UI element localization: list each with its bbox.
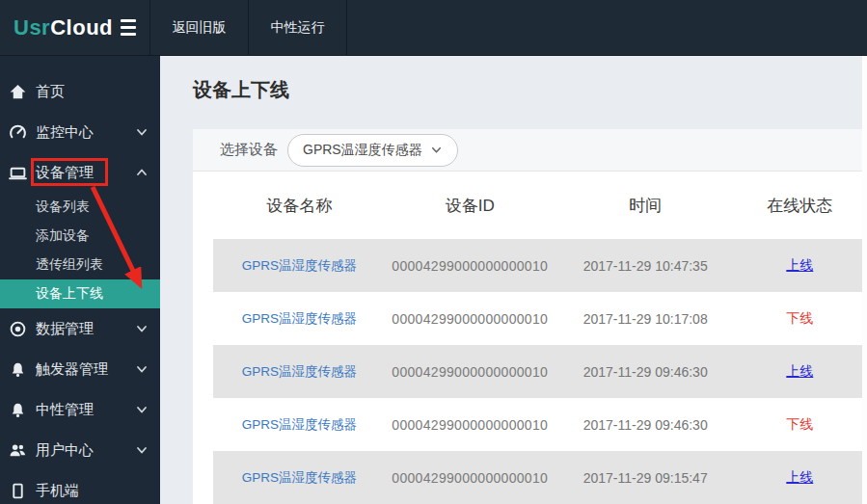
- chevron-down-icon: [135, 362, 149, 376]
- device-select-value: GPRS温湿度传感器: [303, 142, 422, 159]
- sidebar-item-mobile[interactable]: 手机端: [0, 470, 160, 504]
- content-card: 选择设备 GPRS温湿度传感器 设备名称 设备ID 时间 在线状态: [193, 129, 867, 504]
- chevron-down-icon: [430, 144, 443, 156]
- sidebar-subitem-device-list[interactable]: 设备列表: [0, 193, 160, 222]
- table-row: GPRS温湿度传感器 00004299000000000010 2017-11-…: [213, 345, 863, 398]
- device-name-link[interactable]: GPRS温湿度传感器: [242, 417, 357, 432]
- filter-bar: 选择设备 GPRS温湿度传感器: [193, 129, 867, 172]
- column-header-online-status: 在线状态: [737, 172, 863, 239]
- sidebar-item-monitor-center[interactable]: 监控中心: [0, 112, 160, 152]
- target-icon: [9, 320, 27, 338]
- device-id-cell: 00004299000000000010: [386, 398, 555, 451]
- time-cell: 2017-11-29 10:17:08: [555, 292, 737, 345]
- sidebar-item-label: 数据管理: [36, 320, 135, 338]
- sidebar-item-neutral-management[interactable]: 中性管理: [0, 389, 160, 430]
- device-name-link[interactable]: GPRS温湿度传感器: [242, 364, 357, 379]
- time-cell: 2017-11-29 09:46:30: [555, 345, 737, 398]
- sidebar-item-label: 设备管理: [36, 164, 135, 182]
- status-link[interactable]: 上线: [786, 257, 813, 273]
- column-header-device-name: 设备名称: [213, 172, 386, 239]
- status-link[interactable]: 上线: [786, 469, 813, 485]
- logo-part-usr: Usr: [14, 15, 50, 40]
- gauge-icon: [9, 123, 27, 142]
- laptop-icon: [9, 164, 27, 182]
- chevron-up-icon: [135, 166, 149, 179]
- topbar: UsrCloud 返回旧版 中性运行: [0, 0, 867, 56]
- device-name-link[interactable]: GPRS温湿度传感器: [242, 311, 357, 326]
- status-link[interactable]: 上线: [786, 363, 813, 379]
- sidebar-item-label: 用户中心: [36, 441, 135, 460]
- topbar-item-neutral-run[interactable]: 中性运行: [249, 0, 347, 55]
- device-id-cell: 00004299000000000010: [386, 345, 555, 398]
- device-name-link[interactable]: GPRS温湿度传感器: [242, 258, 357, 273]
- column-header-time: 时间: [555, 172, 737, 239]
- device-id-cell: 00004299000000000010: [386, 292, 555, 345]
- hamburger-menu-icon[interactable]: [121, 19, 136, 36]
- column-header-device-id: 设备ID: [386, 172, 555, 239]
- sidebar-item-label: 手机端: [36, 482, 149, 500]
- bell-icon: [9, 401, 27, 419]
- sidebar-item-user-center[interactable]: 用户中心: [0, 430, 160, 470]
- sidebar-item-device-management[interactable]: 设备管理: [0, 152, 160, 193]
- chevron-down-icon: [135, 403, 149, 416]
- sidebar-item-label: 触发器管理: [36, 360, 135, 379]
- logo-part-cloud: Cloud: [50, 15, 113, 40]
- sidebar-item-home[interactable]: 首页: [0, 71, 160, 112]
- chevron-down-icon: [135, 443, 149, 457]
- sidebar-subitem-transparent-group-list[interactable]: 透传组列表: [0, 251, 160, 279]
- scrollbar-track[interactable]: [862, 56, 867, 504]
- time-cell: 2017-11-29 10:47:35: [555, 239, 737, 292]
- phone-icon: [9, 482, 27, 500]
- table-row: GPRS温湿度传感器 00004299000000000010 2017-11-…: [213, 451, 863, 504]
- device-log-table: 设备名称 设备ID 时间 在线状态 GPRS温湿度传感器 00004299000…: [213, 172, 863, 504]
- sidebar: 首页 监控中心 设备管理 设备列表 添加设备 透传组列表 设备上下线 数据管理: [0, 56, 160, 504]
- device-log-table-wrap: 设备名称 设备ID 时间 在线状态 GPRS温湿度传感器 00004299000…: [193, 172, 867, 504]
- device-select-dropdown[interactable]: GPRS温湿度传感器: [287, 134, 458, 167]
- table-header-row: 设备名称 设备ID 时间 在线状态: [213, 172, 863, 239]
- sidebar-item-label: 中性管理: [36, 401, 135, 419]
- brand-area: UsrCloud: [0, 0, 150, 55]
- sidebar-item-data-management[interactable]: 数据管理: [0, 308, 160, 349]
- app-logo[interactable]: UsrCloud: [14, 15, 113, 40]
- device-name-link[interactable]: GPRS温湿度传感器: [242, 470, 357, 485]
- time-cell: 2017-11-29 09:46:30: [555, 398, 737, 451]
- table-row: GPRS温湿度传感器 00004299000000000010 2017-11-…: [213, 398, 863, 451]
- bell-icon: [9, 360, 27, 379]
- chevron-down-icon: [135, 125, 149, 139]
- page-title: 设备上下线: [193, 77, 289, 103]
- sidebar-item-label: 监控中心: [36, 123, 135, 142]
- device-id-cell: 00004299000000000010: [386, 451, 555, 504]
- select-device-label: 选择设备: [220, 141, 278, 159]
- topbar-item-return-old-version[interactable]: 返回旧版: [150, 0, 249, 55]
- sidebar-subitem-add-device[interactable]: 添加设备: [0, 222, 160, 251]
- table-row: GPRS温湿度传感器 00004299000000000010 2017-11-…: [213, 239, 863, 292]
- table-row: GPRS温湿度传感器 00004299000000000010 2017-11-…: [213, 292, 863, 345]
- sidebar-subitem-device-online-offline[interactable]: 设备上下线: [0, 279, 160, 308]
- users-icon: [9, 441, 27, 460]
- status-link[interactable]: 下线: [786, 416, 813, 432]
- time-cell: 2017-11-29 09:15:47: [555, 451, 737, 504]
- home-icon: [9, 83, 27, 101]
- sidebar-item-trigger-management[interactable]: 触发器管理: [0, 349, 160, 389]
- status-link[interactable]: 下线: [786, 310, 813, 326]
- main-content: 设备上下线 选择设备 GPRS温湿度传感器 设备名称 设备ID 时间 在线状态: [160, 56, 867, 504]
- chevron-down-icon: [135, 322, 149, 335]
- sidebar-item-label: 首页: [36, 83, 149, 101]
- device-id-cell: 00004299000000000010: [386, 239, 555, 292]
